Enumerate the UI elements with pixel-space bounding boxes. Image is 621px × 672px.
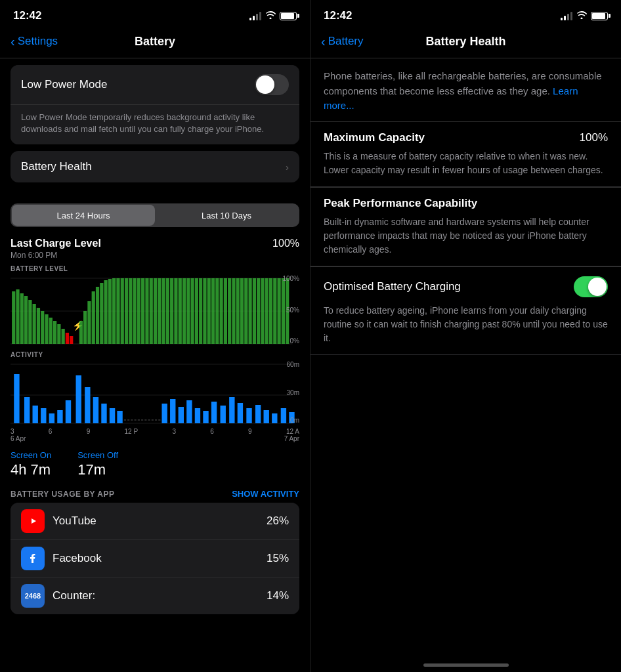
battery-chart-svg: ⚡: [11, 275, 299, 347]
svg-rect-98: [255, 405, 261, 423]
app-pct-facebook: 15%: [267, 552, 289, 565]
x-label-12p: 12 P: [125, 428, 139, 435]
svg-rect-29: [121, 278, 124, 344]
battery-usage-header: BATTERY USAGE BY APP SHOW ACTIVITY: [0, 482, 310, 503]
activity-chart-svg: [11, 361, 299, 427]
svg-rect-16: [66, 333, 69, 344]
right-panel: 12:42 ‹ Battery Battery Health: [310, 0, 621, 672]
svg-rect-45: [186, 278, 190, 344]
charge-level-row: Last Charge Level Mon 6:00 PM 100%: [0, 232, 310, 262]
back-button-left[interactable]: ‹ Settings: [11, 35, 58, 48]
svg-rect-11: [45, 314, 48, 344]
counter-icon: 2468: [21, 584, 45, 608]
battery-fill: [281, 13, 294, 19]
svg-rect-8: [33, 304, 36, 344]
svg-rect-40: [166, 278, 169, 344]
svg-rect-24: [100, 283, 103, 344]
svg-rect-75: [33, 406, 38, 423]
svg-rect-53: [219, 278, 223, 344]
svg-rect-83: [101, 404, 106, 423]
y-label-30m: 30m: [287, 389, 299, 396]
activity-y-labels: 60m 30m 0m: [287, 361, 299, 427]
activity-chart-label: ACTIVITY: [11, 351, 299, 358]
low-power-toggle[interactable]: [255, 74, 289, 95]
svg-rect-64: [265, 278, 268, 344]
app-item-counter: 2468 Counter: 14%: [11, 578, 299, 614]
status-time-right: 12:42: [324, 9, 352, 22]
page-title-right: Battery Health: [425, 35, 505, 49]
svg-rect-100: [272, 413, 277, 423]
max-capacity-section: Maximum Capacity 100% This is a measure …: [310, 122, 621, 187]
svg-rect-14: [57, 324, 60, 344]
svg-rect-49: [203, 278, 206, 344]
svg-rect-92: [203, 411, 208, 423]
svg-rect-99: [264, 410, 269, 423]
svg-rect-81: [85, 387, 90, 423]
svg-rect-54: [224, 278, 227, 344]
svg-rect-5: [20, 293, 24, 344]
nav-bar-right: ‹ Battery Battery Health: [310, 29, 621, 58]
svg-rect-58: [240, 278, 244, 344]
svg-rect-66: [273, 278, 276, 344]
svg-rect-57: [236, 278, 240, 344]
x-label-9b: 9: [248, 428, 252, 435]
svg-rect-62: [257, 278, 260, 344]
app-item-facebook: Facebook 15%: [11, 540, 299, 578]
y-label-0m: 0m: [287, 417, 299, 424]
x-label-12a: 12 A: [286, 428, 299, 435]
svg-rect-21: [87, 301, 91, 344]
screen-stats: Screen On 4h 7m Screen Off 17m: [0, 444, 310, 482]
svg-rect-9: [37, 308, 40, 344]
low-power-row: Low Power Mode: [11, 65, 299, 104]
show-activity-button[interactable]: SHOW ACTIVITY: [232, 489, 299, 499]
svg-rect-36: [150, 278, 153, 344]
svg-rect-85: [117, 411, 122, 423]
svg-rect-35: [145, 278, 148, 344]
svg-rect-23: [96, 287, 99, 344]
low-power-desc-text: Low Power Mode temporarily reduces backg…: [21, 112, 289, 135]
charge-level-sub: Mon 6:00 PM: [11, 251, 101, 260]
optimised-toggle-knob: [588, 278, 607, 296]
home-indicator-right: [310, 650, 621, 672]
x-labels-row: 3 6 9 12 P 3 6 9 12 A: [0, 427, 310, 435]
time-segment-control[interactable]: Last 24 Hours Last 10 Days: [11, 203, 299, 227]
svg-rect-93: [211, 402, 217, 423]
svg-rect-74: [24, 397, 30, 423]
battery-health-row[interactable]: Battery Health ›: [11, 151, 299, 182]
screen-on-stat: Screen On 4h 7m: [11, 450, 51, 478]
scroll-area-left: Low Power Mode Low Power Mode temporaril…: [0, 58, 310, 672]
optimised-toggle[interactable]: [574, 276, 608, 297]
max-capacity-value: 100%: [580, 131, 608, 144]
svg-rect-84: [110, 408, 115, 423]
low-power-description: Low Power Mode temporarily reduces backg…: [11, 105, 299, 144]
activity-chart-container: 60m 30m 0m: [11, 361, 299, 427]
svg-rect-91: [195, 408, 200, 423]
svg-rect-95: [229, 397, 234, 423]
home-bar-right: [423, 663, 509, 667]
back-button-right[interactable]: ‹ Battery: [321, 35, 364, 48]
charge-level-title: Last Charge Level: [11, 238, 101, 249]
left-panel: 12:42 ‹ Settings Battery: [0, 0, 310, 672]
segment-10d[interactable]: Last 10 Days: [155, 205, 298, 226]
charge-level-info: Last Charge Level Mon 6:00 PM: [11, 238, 101, 260]
svg-rect-77: [49, 413, 54, 423]
svg-rect-37: [154, 278, 157, 344]
low-power-label: Low Power Mode: [21, 78, 107, 91]
wifi-icon: [265, 10, 276, 21]
svg-rect-60: [248, 278, 251, 344]
screen-on-value: 4h 7m: [11, 461, 51, 478]
svg-rect-79: [66, 400, 71, 423]
svg-rect-101: [281, 408, 286, 423]
app-usage-section: YouTube 26% Facebook 15% 2468 Counter: 1…: [11, 503, 299, 614]
x-label-9: 9: [87, 428, 91, 435]
signal-icon-right: [561, 11, 572, 20]
segment-24h[interactable]: Last 24 Hours: [12, 205, 155, 226]
svg-rect-20: [83, 311, 87, 344]
chevron-left-icon-right: ‹: [321, 35, 326, 48]
svg-rect-4: [16, 289, 19, 344]
svg-rect-15: [62, 329, 65, 344]
capacity-description: This is a measure of battery capacity re…: [324, 150, 608, 177]
peak-performance-label: Peak Performance Capability: [324, 197, 608, 210]
svg-rect-65: [269, 278, 272, 344]
screen-off-value: 17m: [77, 461, 118, 478]
